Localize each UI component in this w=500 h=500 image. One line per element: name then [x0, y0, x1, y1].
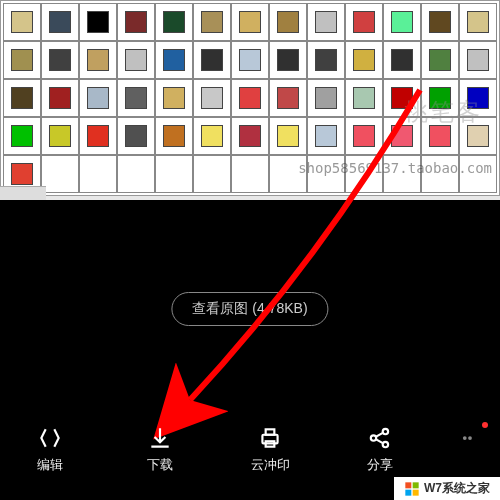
swatch-cell[interactable]: [421, 41, 459, 79]
svg-point-7: [468, 436, 472, 440]
swatch: [49, 87, 71, 109]
swatch: [391, 11, 413, 33]
swatch-cell[interactable]: [459, 3, 497, 41]
site-name: W7系统之家: [424, 480, 490, 497]
swatch: [201, 49, 223, 71]
swatch-cell[interactable]: [193, 41, 231, 79]
swatch-cell[interactable]: [41, 117, 79, 155]
share-label: 分享: [367, 456, 393, 474]
svg-rect-1: [266, 429, 275, 434]
swatch-cell[interactable]: [117, 79, 155, 117]
swatch: [49, 11, 71, 33]
swatch-cell[interactable]: [345, 3, 383, 41]
more-button[interactable]: [450, 424, 490, 480]
swatch-cell[interactable]: [231, 3, 269, 41]
swatch-cell[interactable]: [269, 3, 307, 41]
swatch-cell[interactable]: [345, 117, 383, 155]
swatch-cell[interactable]: [307, 41, 345, 79]
swatch: [201, 125, 223, 147]
swatch-cell[interactable]: [231, 155, 269, 193]
print-icon: [256, 424, 284, 452]
view-original-button[interactable]: 查看原图 (4.78KB): [171, 292, 328, 326]
swatch-cell[interactable]: [79, 41, 117, 79]
swatch: [315, 11, 337, 33]
swatch-cell[interactable]: [193, 3, 231, 41]
swatch-cell[interactable]: [345, 79, 383, 117]
swatch-cell[interactable]: [41, 3, 79, 41]
image-viewer-area: 查看原图 (4.78KB) 编辑 下载 云冲印: [0, 200, 500, 500]
swatch-cell[interactable]: [231, 117, 269, 155]
swatch-cell[interactable]: [383, 3, 421, 41]
swatch-cell[interactable]: [79, 3, 117, 41]
swatch-cell[interactable]: [3, 3, 41, 41]
download-button[interactable]: 下载: [120, 424, 200, 480]
edit-label: 编辑: [37, 456, 63, 474]
swatch-cell[interactable]: [117, 3, 155, 41]
swatch: [353, 87, 375, 109]
swatch-cell[interactable]: [3, 79, 41, 117]
swatch: [467, 125, 489, 147]
swatch: [467, 11, 489, 33]
share-icon: [366, 424, 394, 452]
swatch-cell[interactable]: [383, 41, 421, 79]
swatch: [353, 49, 375, 71]
windows-icon: [404, 481, 420, 497]
swatch-cell[interactable]: [345, 41, 383, 79]
swatch-cell[interactable]: [41, 41, 79, 79]
swatch: [163, 125, 185, 147]
swatch: [239, 87, 261, 109]
swatch-cell[interactable]: [307, 3, 345, 41]
swatch-cell[interactable]: [193, 117, 231, 155]
swatch-cell[interactable]: [155, 117, 193, 155]
swatch: [11, 49, 33, 71]
swatch-cell[interactable]: [79, 79, 117, 117]
swatch: [239, 125, 261, 147]
swatch-cell[interactable]: [269, 41, 307, 79]
swatch-cell[interactable]: [421, 3, 459, 41]
swatch-cell[interactable]: [3, 117, 41, 155]
shop-watermark: shop58569137.taobao.com: [298, 160, 492, 176]
swatch-cell[interactable]: [269, 79, 307, 117]
swatch: [11, 11, 33, 33]
swatch: [201, 87, 223, 109]
swatch-cell[interactable]: [117, 41, 155, 79]
swatch-cell[interactable]: [269, 117, 307, 155]
swatch: [315, 49, 337, 71]
swatch-cell[interactable]: [231, 79, 269, 117]
swatch: [277, 125, 299, 147]
swatch: [353, 125, 375, 147]
swatch-cell[interactable]: [231, 41, 269, 79]
swatch-cell[interactable]: [193, 155, 231, 193]
cloud-print-button[interactable]: 云冲印: [230, 424, 310, 480]
file-size: 4.78KB: [257, 300, 303, 316]
swatch: [239, 11, 261, 33]
download-label: 下载: [147, 456, 173, 474]
swatch-cell[interactable]: [155, 3, 193, 41]
swatch-cell[interactable]: [117, 155, 155, 193]
swatch-cell[interactable]: [155, 41, 193, 79]
swatch-cell[interactable]: [307, 117, 345, 155]
swatch: [315, 125, 337, 147]
swatch-cell[interactable]: [155, 155, 193, 193]
swatch: [125, 11, 147, 33]
swatch-cell[interactable]: [155, 79, 193, 117]
swatch-cell[interactable]: [41, 79, 79, 117]
swatch: [163, 49, 185, 71]
swatch-cell[interactable]: [307, 79, 345, 117]
swatch-cell[interactable]: [79, 155, 117, 193]
share-button[interactable]: 分享: [340, 424, 420, 480]
swatch: [125, 125, 147, 147]
swatch-cell[interactable]: [79, 117, 117, 155]
swatch-cell[interactable]: [3, 41, 41, 79]
swatch-cell[interactable]: [41, 155, 79, 193]
more-icon: [456, 424, 484, 452]
swatch: [87, 49, 109, 71]
swatch-cell[interactable]: [459, 41, 497, 79]
svg-rect-11: [413, 489, 419, 495]
panel-footer: [0, 186, 46, 200]
edit-button[interactable]: 编辑: [10, 424, 90, 480]
swatch: [125, 87, 147, 109]
swatch: [87, 11, 109, 33]
swatch-cell[interactable]: [117, 117, 155, 155]
swatch-cell[interactable]: [193, 79, 231, 117]
